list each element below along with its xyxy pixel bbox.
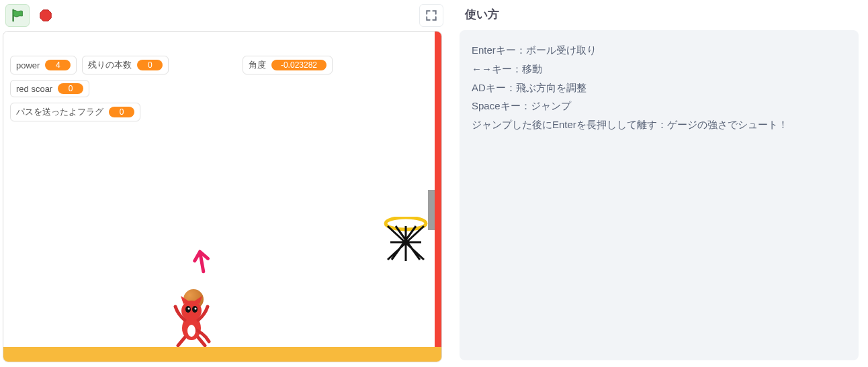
svg-marker-0 [40, 10, 52, 21]
var-pass-flag[interactable]: パスを送ったよフラグ 0 [10, 103, 140, 121]
var-value: 0 [137, 60, 163, 70]
var-value: 0 [58, 83, 83, 94]
instruction-line: ←→キー：移動 [472, 60, 847, 78]
svg-point-8 [187, 325, 196, 337]
var-value: 4 [45, 60, 71, 70]
green-flag-button[interactable] [5, 4, 30, 27]
var-label: red scoar [16, 84, 52, 94]
instruction-line: ジャンプした後にEnterを長押しして離す：ゲージの強さでシュート！ [472, 115, 847, 134]
instruction-line: Enterキー：ボール受け取り [472, 41, 847, 60]
svg-point-6 [188, 308, 190, 310]
hoop-pillar [435, 32, 441, 347]
flag-icon [10, 8, 25, 23]
instruction-line: Spaceキー：ジャンプ [472, 97, 847, 115]
instruction-line: ADキー：飛ぶ方向を調整 [472, 78, 847, 97]
direction-arrow [187, 243, 216, 278]
var-label: 残りの本数 [88, 59, 132, 71]
var-label: 角度 [249, 59, 266, 71]
instructions-title: 使い方 [460, 3, 859, 30]
hoop [384, 217, 428, 269]
fullscreen-button[interactable] [419, 4, 443, 27]
var-angle[interactable]: 角度 -0.023282 [243, 56, 333, 74]
stop-button[interactable] [34, 4, 58, 27]
svg-point-7 [195, 308, 197, 310]
player-sprite [171, 295, 212, 347]
ground [3, 347, 441, 362]
stage[interactable]: power 4 残りの本数 0 red scoar 0 [3, 31, 442, 362]
backboard [428, 190, 435, 230]
stage-controls [3, 3, 446, 31]
instructions-box: Enterキー：ボール受け取り ←→キー：移動 ADキー：飛ぶ方向を調整 Spa… [460, 30, 859, 360]
var-red-scoar[interactable]: red scoar 0 [10, 80, 89, 97]
var-remaining[interactable]: 残りの本数 0 [82, 56, 169, 74]
var-power[interactable]: power 4 [10, 56, 77, 74]
variable-monitors: power 4 残りの本数 0 red scoar 0 [10, 56, 169, 121]
var-value: -0.023282 [271, 60, 327, 70]
var-label: power [16, 60, 40, 70]
var-value: 0 [109, 107, 134, 117]
var-label: パスを送ったよフラグ [16, 106, 103, 118]
expand-icon [425, 9, 437, 21]
stop-icon [38, 8, 53, 23]
